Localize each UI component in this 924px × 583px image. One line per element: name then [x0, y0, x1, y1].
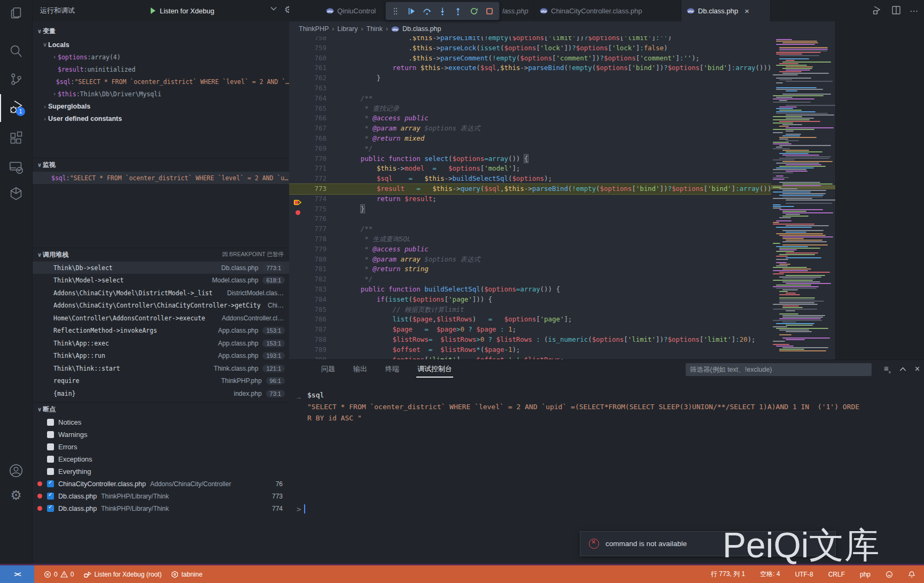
- stack-frame[interactable]: ReflectionMethod->invokeArgsApp.class.ph…: [32, 325, 289, 337]
- console-filter-input[interactable]: [686, 363, 872, 376]
- checkbox[interactable]: [47, 480, 54, 487]
- minimap[interactable]: [771, 36, 835, 359]
- explorer-icon[interactable]: [0, 1, 32, 27]
- more-actions-icon[interactable]: ⋯: [910, 6, 919, 16]
- maximize-panel-icon[interactable]: [899, 365, 906, 373]
- stack-frame[interactable]: {main}index.php73:1: [32, 387, 289, 400]
- variable-row[interactable]: ›$options: array(4): [32, 51, 289, 63]
- variables-group[interactable]: ›Superglobals: [32, 100, 289, 112]
- variable-row[interactable]: $result: uninitialized: [32, 63, 289, 75]
- stack-frame[interactable]: Think\App::runApp.class.php193:1: [32, 350, 289, 362]
- watch-expression[interactable]: $sql: "SELECT * FROM `ocenter_district` …: [32, 172, 289, 184]
- breakpoint-filter[interactable]: Errors: [32, 441, 289, 453]
- watch-section-header[interactable]: ∨ 监视: [32, 158, 289, 171]
- stack-frame[interactable]: Addons\ChinaCity\Controller\ChinaCityCon…: [32, 300, 289, 312]
- bell-icon[interactable]: [908, 571, 915, 578]
- checkbox[interactable]: [47, 431, 54, 438]
- drag-handle-icon[interactable]: [390, 5, 401, 17]
- start-debug-icon[interactable]: [151, 7, 156, 14]
- tab-terminal[interactable]: 终端: [385, 364, 399, 374]
- stack-frame[interactable]: Think\Model->selectModel.class.php618:1: [32, 274, 289, 287]
- checkbox[interactable]: [47, 493, 54, 500]
- language-mode[interactable]: php: [860, 571, 871, 578]
- run-debug-file-icon[interactable]: [872, 5, 883, 17]
- stack-frame[interactable]: Think\Think::startThink.class.php121:1: [32, 362, 289, 374]
- debug-status[interactable]: Listen for Xdebug (root): [83, 571, 161, 578]
- search-icon[interactable]: [0, 39, 32, 64]
- stack-frame[interactable]: Addons\ChinaCity\Model\DistrictModel->_l…: [32, 287, 289, 299]
- source-control-icon[interactable]: [0, 66, 32, 92]
- current-instruction-pointer-icon[interactable]: [293, 199, 302, 209]
- variables-group[interactable]: ∨Locals: [32, 39, 289, 51]
- remote-explorer-icon[interactable]: [0, 154, 32, 180]
- feedback-icon[interactable]: [886, 571, 893, 578]
- code-line-764: 764 /**: [289, 94, 771, 104]
- chevron-down-icon[interactable]: [270, 5, 277, 14]
- run-debug-icon[interactable]: [0, 94, 32, 120]
- stack-frame[interactable]: requireThinkPHP.php96:1: [32, 375, 289, 387]
- filter-icon[interactable]: ≡x: [884, 364, 891, 374]
- step-over-button[interactable]: [421, 5, 433, 17]
- breakpoint-item[interactable]: Db.class.phpThinkPHP/Library/Think773: [32, 490, 289, 502]
- activity-bar: 1 ⚙: [0, 0, 33, 565]
- debug-config-label[interactable]: Listen for Xdebug: [160, 7, 214, 15]
- console-expression[interactable]: $sql: [307, 391, 324, 399]
- stop-button[interactable]: [484, 5, 495, 17]
- cursor-position[interactable]: 行 773, 列 1: [711, 570, 745, 579]
- checkbox[interactable]: [47, 443, 54, 450]
- checkbox[interactable]: [47, 456, 54, 463]
- split-editor-icon[interactable]: [891, 5, 901, 17]
- variables-group[interactable]: ›User defined constants: [32, 112, 289, 125]
- tab-output[interactable]: 输出: [353, 364, 367, 374]
- package-icon[interactable]: [0, 181, 32, 206]
- php-icon: php: [326, 8, 334, 14]
- settings-gear-icon[interactable]: ⚙: [0, 482, 32, 508]
- breakpoint-item[interactable]: Db.class.phpThinkPHP/Library/Think774: [32, 502, 289, 515]
- stack-frame[interactable]: Home\Controller\AddonsController->execut…: [32, 312, 289, 324]
- problems-status[interactable]: 0 0: [44, 571, 74, 578]
- console-input[interactable]: >: [297, 504, 305, 513]
- callstack-section-header[interactable]: ∨ 调用堆栈 因 BREAKPOINT 已暂停: [32, 248, 289, 261]
- breakpoint-filter[interactable]: Everything: [32, 465, 289, 478]
- breakpoint-filter[interactable]: Exceptions: [32, 453, 289, 465]
- tab-problems[interactable]: 问题: [321, 364, 335, 374]
- tab-debug-console[interactable]: 调试控制台: [417, 364, 452, 374]
- variables-section-header[interactable]: ∨ 变量: [32, 25, 289, 37]
- breakpoint-filter[interactable]: Warnings: [32, 428, 289, 441]
- step-out-button[interactable]: [452, 5, 464, 17]
- tabnine-status[interactable]: tabnine: [171, 571, 202, 578]
- tab-chinacitycontroller[interactable]: php ChinaCityController.class.php: [534, 0, 681, 21]
- variable-row[interactable]: $sql: "SELECT * FROM `ocenter_district` …: [32, 75, 289, 88]
- remote-indicator[interactable]: ><: [0, 565, 34, 583]
- checkbox[interactable]: [47, 505, 54, 512]
- breakpoint-icon[interactable]: [296, 210, 300, 215]
- breakpoint-item[interactable]: ChinaCityController.class.phpAddons/Chin…: [32, 478, 289, 490]
- breadcrumb[interactable]: ThinkPHP› Library› Think› php Db.class.p…: [289, 21, 835, 36]
- indentation[interactable]: 空格: 4: [760, 570, 780, 579]
- code-area[interactable]: 758 .$this->parseLimit(!empty($options['…: [289, 36, 771, 359]
- code-line-781: 781 * @return string: [289, 264, 771, 274]
- close-panel-icon[interactable]: ×: [915, 364, 920, 374]
- close-icon[interactable]: ×: [744, 6, 749, 16]
- restart-button[interactable]: [468, 5, 480, 17]
- stack-frame[interactable]: Think\App::execApp.class.php153:1: [32, 337, 289, 349]
- panel-title: 运行和调试: [40, 0, 75, 21]
- breakpoint-filter[interactable]: Notices: [32, 416, 289, 428]
- stack-frame[interactable]: Think\Db->selectDb.class.php773:1: [32, 262, 289, 274]
- code-line-761: 761 return $this->execute($sql,$this->pa…: [289, 63, 771, 73]
- stack-line-badge: 96:1: [266, 377, 285, 385]
- breakpoints-section-header[interactable]: ∨ 断点: [32, 402, 289, 416]
- account-icon[interactable]: [0, 458, 32, 484]
- variable-row[interactable]: ›$this: Think\Db\Driver\Mysqli: [32, 88, 289, 100]
- checkbox[interactable]: [47, 468, 54, 475]
- eol-sequence[interactable]: CRLF: [828, 571, 845, 578]
- extensions-icon[interactable]: [0, 125, 32, 151]
- continue-button[interactable]: [406, 5, 417, 17]
- notification-message: command is not available: [605, 540, 687, 548]
- debug-config-selector[interactable]: Listen for Xdebug: [151, 0, 214, 21]
- tab-db-class-php[interactable]: php Db.class.php ×: [681, 0, 771, 21]
- checkbox[interactable]: [47, 419, 54, 426]
- step-into-button[interactable]: [437, 5, 448, 17]
- code-line-772: 772 $sql = $this->buildSelectSql($option…: [289, 174, 771, 184]
- encoding[interactable]: UTF-8: [795, 571, 813, 578]
